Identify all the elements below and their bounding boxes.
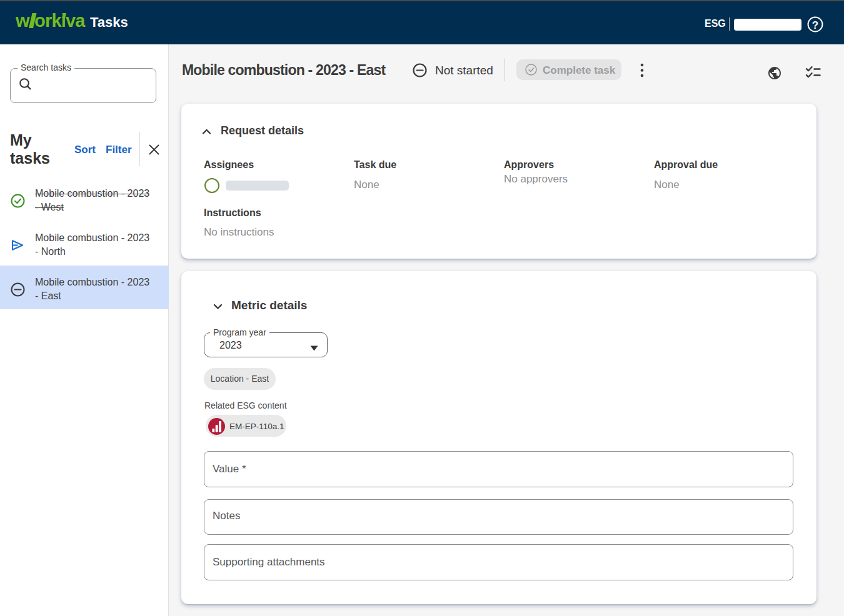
svg-text:?: ? xyxy=(812,19,818,31)
